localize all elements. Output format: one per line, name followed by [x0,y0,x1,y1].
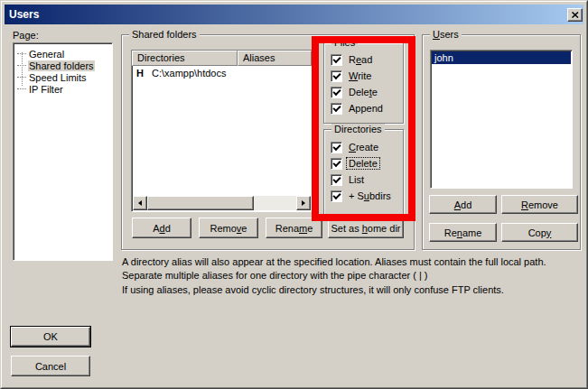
user-remove-button[interactable]: Remove [501,195,578,214]
close-button[interactable] [567,8,583,22]
listview-body: H C:\xampp\htdocs [132,66,312,196]
dirs-list-checkbox[interactable]: List [324,171,403,188]
dirs-subdirs-checkbox[interactable]: + Subdirs [324,188,403,204]
user-rename-button[interactable]: Rename [429,223,497,242]
page-item-ip-filter[interactable]: IP Filter [14,83,112,95]
listview-header: Directories Aliases [132,51,312,66]
directories-permissions-group: Directories Create Delete List + Subdirs [323,129,404,216]
page-item-speed-limits[interactable]: Speed Limits [14,71,112,83]
shared-add-button[interactable]: Add [132,218,191,238]
close-icon [572,12,579,18]
scrollbar-thumb[interactable] [147,196,254,210]
dialog-body: Users Page: General Shared folders Speed… [1,1,587,388]
scroll-right-button[interactable] [296,196,311,210]
directory-path: C:\xampp\htdocs [152,68,227,79]
horizontal-scrollbar[interactable] [133,196,311,210]
files-write-checkbox[interactable]: Write [324,68,403,84]
tree-branch-icon [17,88,26,89]
page-item-shared-folders[interactable]: Shared folders [14,60,112,71]
directories-listview[interactable]: Directories Aliases H C:\xampp\htdocs [131,50,313,212]
arrow-right-icon [302,200,305,206]
page-item-general[interactable]: General [14,48,112,60]
checkbox-checked-icon [331,87,342,98]
checkbox-checked-icon [331,174,342,186]
checkbox-checked-icon [331,190,342,202]
user-copy-button[interactable]: Copy [501,223,578,242]
checkbox-checked-icon [331,70,342,82]
home-dir-marker: H [136,68,144,79]
directory-row[interactable]: H C:\xampp\htdocs [132,66,312,80]
users-dialog: Users Page: General Shared folders Speed… [0,0,588,389]
user-row-john[interactable]: john [432,51,571,64]
user-add-button[interactable]: Add [429,195,497,214]
tree-branch-icon [17,65,26,66]
users-list[interactable]: john [430,50,573,189]
users-group-label: Users [430,29,462,40]
titlebar: Users [5,5,583,24]
checkbox-checked-icon [331,54,342,66]
dirs-create-checkbox[interactable]: Create [324,139,403,155]
column-header-directories[interactable]: Directories [132,51,238,66]
checkbox-checked-icon [331,142,342,153]
cyclic-note: If using aliases, please avoid cyclic di… [122,283,581,297]
shared-folders-group-label: Shared folders [129,29,200,40]
ok-button[interactable]: OK [11,327,90,347]
page-list: General Shared folders Speed Limits IP F… [13,42,113,261]
scrollbar-track[interactable] [147,196,296,210]
set-as-home-dir-button[interactable]: Set as home dir [328,218,404,238]
page-label: Page: [13,30,39,41]
focused-label: Delete [347,158,379,169]
directories-group-label: Directories [331,124,385,134]
arrow-left-icon [138,200,142,206]
scroll-left-button[interactable] [133,196,147,210]
files-group-label: Files [331,37,358,48]
dirs-delete-checkbox[interactable]: Delete [324,155,403,171]
files-append-checkbox[interactable]: Append [324,100,403,116]
tree-branch-icon [17,77,26,78]
window-title: Users [9,8,39,21]
column-header-aliases[interactable]: Aliases [238,51,312,66]
shared-remove-button[interactable]: Remove [199,218,258,238]
files-permissions-group: Files Read Write Delete Append [323,42,404,124]
files-delete-checkbox[interactable]: Delete [324,84,403,100]
checkbox-checked-icon [331,103,342,115]
shared-rename-button[interactable]: Rename [266,218,322,238]
tree-branch-icon [17,53,26,54]
cancel-button[interactable]: Cancel [11,356,90,376]
checkbox-checked-icon [331,158,342,170]
files-read-checkbox[interactable]: Read [324,51,403,68]
alias-note: A directory alias will also appear at th… [122,255,581,282]
